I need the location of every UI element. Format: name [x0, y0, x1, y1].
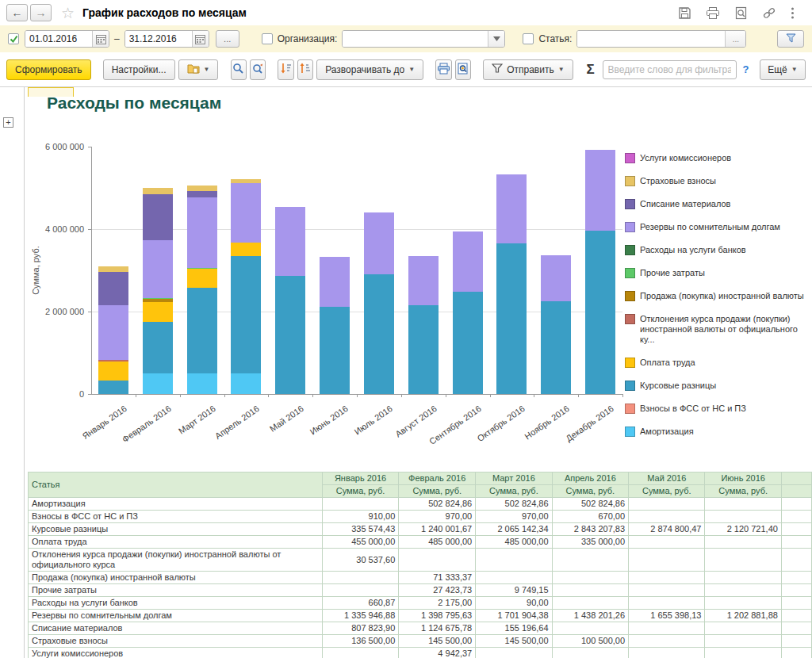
table-cell[interactable]: 2 120 721,40 — [705, 523, 781, 536]
table-row-label[interactable]: Резервы по сомнительным долгам — [29, 610, 323, 622]
period-more-button[interactable]: ... — [216, 30, 239, 48]
table-cell[interactable]: 970,00 — [399, 511, 476, 523]
table-cell[interactable]: 4 942,37 — [399, 648, 476, 658]
table-cell[interactable] — [629, 597, 705, 610]
collapse-rows-button[interactable] — [278, 59, 293, 80]
bar-segment[interactable] — [541, 301, 571, 394]
table-cell[interactable]: 1 438 201,26 — [552, 610, 628, 622]
link-icon[interactable] — [762, 6, 776, 20]
table-cell[interactable]: 1 202 881,88 — [705, 610, 781, 622]
table-cell[interactable]: 660,87 — [322, 597, 398, 610]
table-cell[interactable]: 2 065 142,34 — [476, 523, 552, 536]
bar-segment[interactable] — [453, 292, 483, 394]
table-cell[interactable]: 670,00 — [552, 511, 628, 523]
bar-segment[interactable] — [453, 231, 483, 292]
bar-segment[interactable] — [275, 207, 305, 275]
table-row-label[interactable]: Продажа (покупка) иностранной валюты — [29, 572, 323, 584]
filter-funnel-button[interactable] — [777, 30, 804, 48]
calendar-icon[interactable] — [192, 31, 209, 47]
table-cell[interactable]: 502 824,86 — [552, 498, 628, 511]
table-subheader-sum[interactable]: Сумма, руб. — [322, 485, 398, 498]
table-cell[interactable]: 970,00 — [476, 511, 552, 523]
article-checkbox[interactable] — [523, 33, 534, 44]
table-cell[interactable]: 485 000,00 — [399, 536, 476, 549]
date-from-input[interactable] — [25, 31, 92, 47]
table-cell[interactable] — [552, 549, 628, 572]
table-cell[interactable] — [322, 498, 398, 511]
table-cell[interactable] — [629, 648, 705, 658]
table-cell[interactable]: 1 240 001,67 — [399, 523, 476, 536]
bar-segment[interactable] — [585, 231, 615, 394]
table-cell[interactable]: 807 823,90 — [322, 622, 398, 635]
table-subheader-sum[interactable]: Сумма, руб. — [552, 485, 628, 498]
table-cell[interactable]: 1 701 904,38 — [476, 610, 552, 622]
table-row-label[interactable]: Взносы в ФСС от НС и ПЗ — [29, 511, 323, 523]
table-cell[interactable] — [629, 622, 705, 635]
table-cell[interactable]: 2 874 800,47 — [629, 523, 705, 536]
table-cell[interactable] — [552, 584, 628, 597]
table-cell[interactable] — [322, 572, 398, 584]
bar-segment[interactable] — [408, 305, 439, 394]
settings-button[interactable]: Настройки... — [103, 59, 175, 80]
help-button[interactable]: ? — [740, 63, 753, 75]
bar-segment[interactable] — [98, 266, 128, 272]
bar-segment[interactable] — [143, 188, 173, 194]
bar-segment[interactable] — [143, 298, 173, 299]
forward-button[interactable]: → — [30, 4, 52, 21]
table-cell[interactable] — [476, 572, 552, 584]
bar-segment[interactable] — [320, 307, 350, 394]
sum-sigma-button[interactable]: Σ — [581, 62, 599, 78]
bar-segment[interactable] — [98, 381, 128, 394]
more-button[interactable]: Ещё ▼ — [760, 59, 806, 80]
table-cell[interactable] — [705, 648, 781, 658]
table-row-label[interactable]: Услуги комиссионеров — [29, 648, 323, 658]
bar-segment[interactable] — [187, 268, 217, 269]
org-checkbox[interactable] — [262, 33, 273, 44]
table-row-label[interactable]: Прочие затраты — [29, 584, 323, 597]
bar-segment[interactable] — [187, 186, 217, 192]
table-cell[interactable] — [322, 584, 398, 597]
back-button[interactable]: ← — [6, 4, 28, 21]
bar-segment[interactable] — [496, 243, 527, 394]
table-cell[interactable]: 100 500,00 — [552, 635, 628, 648]
table-subheader-sum[interactable]: Сумма, руб. — [476, 485, 552, 498]
table-cell[interactable]: 1 335 946,88 — [322, 610, 398, 622]
table-row-label[interactable]: Расходы на услуги банков — [29, 597, 323, 610]
generate-button[interactable]: Сформировать — [6, 59, 91, 80]
table-cell[interactable] — [399, 549, 476, 572]
bar-segment[interactable] — [98, 362, 128, 381]
bar-segment[interactable] — [231, 243, 261, 256]
table-row-label[interactable]: Оплата труда — [29, 536, 323, 549]
table-header-month[interactable]: Июнь 2016 — [705, 472, 781, 485]
table-cell[interactable] — [476, 549, 552, 572]
table-cell[interactable]: 1 655 398,13 — [629, 610, 705, 622]
bar-segment[interactable] — [320, 257, 350, 307]
table-cell[interactable] — [476, 648, 552, 658]
table-cell[interactable] — [705, 511, 781, 523]
article-more-button[interactable]: ... — [725, 31, 745, 47]
table-cell[interactable]: 145 500,00 — [476, 635, 552, 648]
table-cell[interactable]: 910,00 — [322, 511, 398, 523]
table-cell[interactable]: 71 333,37 — [399, 572, 476, 584]
bar-segment[interactable] — [143, 240, 173, 298]
send-button[interactable]: Отправить ▼ — [483, 59, 573, 80]
bar-segment[interactable] — [187, 373, 217, 394]
org-input[interactable] — [343, 31, 488, 47]
table-cell[interactable] — [552, 648, 628, 658]
expand-group-button[interactable]: + — [3, 117, 13, 128]
table-cell[interactable] — [705, 635, 781, 648]
table-header-month[interactable]: Февраль 2016 — [399, 472, 476, 485]
bar-segment[interactable] — [364, 212, 394, 274]
bar-segment[interactable] — [187, 288, 217, 373]
table-cell[interactable]: 1 398 795,63 — [399, 610, 476, 622]
table-cell[interactable]: 335 000,00 — [552, 536, 628, 549]
table-cell[interactable]: 136 500,00 — [322, 635, 398, 648]
expand-to-button[interactable]: Разворачивать до ▼ — [316, 59, 423, 80]
bar-segment[interactable] — [143, 299, 173, 302]
table-cell[interactable] — [629, 498, 705, 511]
table-row-label[interactable]: Курсовые разницы — [29, 523, 323, 536]
table-subheader-sum[interactable]: Сумма, руб. — [629, 485, 705, 498]
bar-segment[interactable] — [187, 191, 217, 197]
table-cell[interactable]: 455 000,00 — [322, 536, 398, 549]
table-cell[interactable] — [705, 549, 781, 572]
